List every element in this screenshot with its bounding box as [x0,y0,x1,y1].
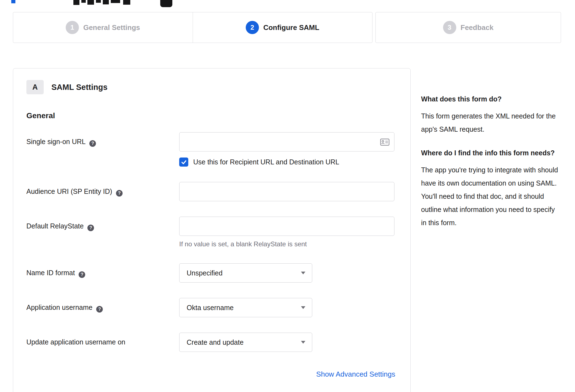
recipient-url-checkbox-row: Use this for Recipient URL and Destinati… [179,158,395,167]
use-for-recipient-checkbox-label: Use this for Recipient URL and Destinati… [193,158,339,166]
input-wrap [179,182,394,201]
use-for-recipient-checkbox[interactable] [179,158,188,167]
input-wrap [179,217,394,236]
main-content: A SAML Settings General Single sign-on U… [13,68,575,392]
step-1-indicator: 1 [66,21,79,34]
row-audience-uri: Audience URI (SP Entity ID)? [26,182,395,201]
cropped-title-fragment [73,0,79,5]
relaystate-helper-text: If no value is set, a blank RelayState i… [179,240,395,248]
wizard-steps-group-left: 1 General Settings 2 Configure SAML [13,12,372,43]
field-label-group: Audience URI (SP Entity ID)? [26,182,179,201]
name-id-format-value: Unspecified [187,269,223,277]
page: 1 General Settings 2 Configure SAML 3 Fe… [0,0,575,392]
application-username-select[interactable]: Okta username [179,298,312,317]
application-username-value: Okta username [187,304,234,312]
wizard-steps: 1 General Settings 2 Configure SAML 3 Fe… [13,12,561,43]
section-title: SAML Settings [51,83,107,92]
help-icon[interactable]: ? [87,225,94,231]
cropped-header [0,0,575,8]
step-general-settings[interactable]: 1 General Settings [13,12,193,43]
application-username-label: Application username [26,303,92,311]
help-icon[interactable]: ? [116,190,123,197]
single-sign-on-url-label: Single sign-on URL [26,138,85,145]
cropped-title-fragment [81,0,86,3]
dropdown-caret-icon [301,272,305,274]
row-update-application-username: Update application username on Create an… [26,333,395,352]
row-name-id-format: Name ID format? Unspecified [26,263,395,283]
field-label-group: Single sign-on URL? [26,132,179,167]
cropped-title-fragment [111,0,120,3]
help-icon[interactable]: ? [79,271,85,278]
cropped-app-icon-fragment [160,0,172,7]
default-relaystate-input[interactable] [179,217,394,236]
row-default-relaystate: Default RelayState? If no value is set, … [26,217,395,248]
field-control-group: Use this for Recipient URL and Destinati… [179,132,395,167]
update-application-username-value: Create and update [187,338,244,346]
step-3-indicator: 3 [443,21,456,34]
field-label-group: Default RelayState? [26,217,179,248]
cropped-title-fragment [96,0,101,3]
step-configure-saml[interactable]: 2 Configure SAML [193,12,372,43]
wizard-steps-group-right: 3 Feedback [375,12,561,43]
field-control-group: Okta username [179,298,395,317]
step-2-label: Configure SAML [263,23,319,32]
name-id-format-label: Name ID format [26,269,75,277]
step-1-label: General Settings [83,23,140,32]
field-control-group: Create and update [179,333,395,352]
advanced-settings-row: Show Advanced Settings [26,370,395,379]
field-control-group: Unspecified [179,263,395,283]
saml-settings-card: A SAML Settings General Single sign-on U… [13,68,411,392]
step-2-indicator: 2 [246,21,259,34]
default-relaystate-label: Default RelayState [26,222,84,230]
dropdown-caret-icon [301,341,305,344]
group-title: General [26,111,395,120]
cropped-logo-fragment [11,0,15,3]
update-application-username-select[interactable]: Create and update [179,333,312,352]
contact-card-icon[interactable] [380,139,389,147]
field-label-group: Application username? [26,298,179,317]
step-feedback[interactable]: 3 Feedback [376,12,561,43]
cropped-title-fragment [103,0,109,4]
cropped-title-fragment [123,0,130,5]
sidebar-answer-1: This form generates the XML needed for t… [421,109,562,136]
help-sidebar: What does this form do? This form genera… [421,68,562,241]
field-label-group: Name ID format? [26,263,179,283]
saml-form: Single sign-on URL? [26,132,395,352]
input-wrap [179,132,394,151]
sidebar-question-1: What does this form do? [421,94,562,104]
field-label-group: Update application username on [26,333,179,352]
card-header: A SAML Settings [26,80,395,94]
help-icon[interactable]: ? [96,306,103,313]
field-control-group [179,182,395,201]
help-icon[interactable]: ? [89,140,96,147]
step-3-label: Feedback [461,23,494,32]
dropdown-caret-icon [301,306,305,309]
row-application-username: Application username? Okta username [26,298,395,317]
single-sign-on-url-input[interactable] [179,132,394,151]
audience-uri-input[interactable] [179,182,394,201]
name-id-format-select[interactable]: Unspecified [179,263,312,283]
audience-uri-label: Audience URI (SP Entity ID) [26,187,112,195]
sidebar-question-2: Where do I find the info this form needs… [421,148,562,158]
row-single-sign-on-url: Single sign-on URL? [26,132,395,167]
field-control-group: If no value is set, a blank RelayState i… [179,217,395,248]
show-advanced-settings-link[interactable]: Show Advanced Settings [316,370,395,378]
sidebar-answer-2: The app you're trying to integrate with … [421,163,562,229]
cropped-title-fragment [87,0,94,5]
section-badge: A [26,80,44,94]
update-application-username-label: Update application username on [26,338,125,346]
